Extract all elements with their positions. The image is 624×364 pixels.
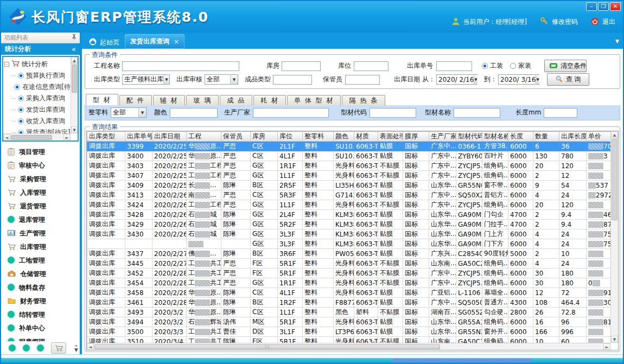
material-tab-4[interactable]: 成 品	[220, 95, 252, 105]
radio-icon[interactable]	[510, 63, 516, 69]
search-button[interactable]: 查 询	[547, 73, 589, 86]
key-icon[interactable]	[540, 17, 549, 27]
material-tab-2[interactable]: 辅 材	[153, 95, 186, 105]
scroll-left-icon[interactable]: ◄	[3, 134, 10, 141]
column-header[interactable]: 长度	[508, 132, 533, 142]
column-header[interactable]: 整零料	[303, 132, 334, 142]
sidebar-item-0[interactable]: 项目管理	[1, 145, 80, 159]
table-row[interactable]: 调拨出库34452020/2/27工共工程严思F区5R1F整料光身料6063-T…	[87, 259, 611, 269]
column-header[interactable]: 表面处理	[378, 132, 403, 142]
sidebar-item-2[interactable]: 采购管理	[1, 173, 80, 186]
table-vertical-scrollbar[interactable]: ▲ ▼	[610, 131, 618, 343]
scroll-left-icon[interactable]: ◄	[87, 343, 94, 350]
column-header[interactable]: 库房	[251, 132, 278, 142]
out-audit-combo[interactable]: 全部▼	[205, 74, 238, 85]
scroll-right-icon[interactable]: ►	[63, 134, 71, 141]
location-input[interactable]	[354, 61, 389, 71]
tree-item-0[interactable]: 预算执行查询	[4, 70, 71, 81]
column-header[interactable]: 材质	[354, 132, 378, 142]
maximize-button[interactable]: ❐	[598, 2, 609, 11]
cart-tool-button[interactable]	[51, 342, 66, 354]
table-row[interactable]: 调拨出库34092020/2/25长...陈琳B区2R5F整料LI35HD606…	[87, 181, 611, 190]
table-row[interactable]: 调拨出库34612020/2/28华原...陈琳B区1R2F整料F8877FT6…	[87, 298, 611, 308]
material-tab-7[interactable]: 隔 热 条	[342, 95, 385, 105]
color-input[interactable]	[170, 108, 218, 118]
pin-icon[interactable]	[72, 34, 77, 42]
sidebar-item-14[interactable]: 报废管理	[1, 335, 80, 341]
column-header[interactable]: 出库日期	[152, 132, 187, 142]
scroll-up-icon[interactable]: ▲	[71, 57, 78, 64]
sidebar-item-8[interactable]: 工地管理	[1, 254, 80, 267]
sidebar-item-9[interactable]: 仓储管理	[1, 267, 80, 281]
scroll-right-icon[interactable]: ►	[603, 343, 610, 350]
tree-expander-icon[interactable]: -	[4, 62, 9, 67]
tree-item-5[interactable]: 退货查询[待定]	[4, 127, 71, 133]
dot-icon[interactable]	[23, 344, 30, 352]
radio-gongzhuang[interactable]: 工装	[482, 61, 503, 71]
column-header[interactable]: 库位	[278, 132, 303, 142]
collapse-icon[interactable]: «	[72, 45, 76, 53]
tree-item-4[interactable]: 收货入库查询	[4, 116, 71, 127]
tree-item-3[interactable]: 发货出库查询	[4, 104, 71, 116]
column-header[interactable]: 保管员	[221, 132, 251, 142]
table-row[interactable]: 调拨出库34542020/2/28工共工程严思G区1R1F整料光身料6063-T…	[87, 278, 611, 288]
table-row[interactable]: 调拨出库35102020/3/4工共工程陈琳F区5R1F整料光身料6063-T5…	[87, 337, 611, 343]
logout-link[interactable]: 退出	[602, 17, 615, 27]
tab-list-dropdown-icon[interactable]: ▼	[615, 39, 619, 44]
keeper-input[interactable]	[345, 75, 380, 85]
table-horizontal-scrollbar[interactable]: ◄ ||| ►	[87, 343, 610, 350]
column-header[interactable]: 型材代码	[456, 132, 482, 142]
table-row[interactable]: 调拨出库34282020/2/26石城陈琳G区2L4F整料KLM38176063…	[87, 210, 611, 220]
tree-vertical-scrollbar[interactable]: ▲ ▼	[71, 57, 78, 133]
tree-root-statistics[interactable]: - 统计分析	[4, 58, 71, 70]
column-header[interactable]: 生产厂家	[429, 132, 456, 142]
column-header[interactable]: 单价	[587, 132, 611, 142]
table-row[interactable]: 调拨出库34002020/2/25华原...严思C区4L1F整料SU10...6…	[87, 151, 611, 161]
length-input[interactable]	[544, 108, 577, 118]
radio-selected-icon[interactable]	[482, 63, 488, 69]
chevron-down-icon[interactable]: ▼	[138, 108, 146, 117]
power-icon[interactable]	[591, 17, 599, 27]
manufacturer-input[interactable]	[253, 108, 329, 118]
dot-icon[interactable]	[9, 344, 16, 352]
table-row[interactable]: 调拨出库34942020/3/2石辉城汤伟M区5R1F整料光身料6063-T5贴…	[87, 317, 611, 327]
material-tab-1[interactable]: 配 件	[119, 95, 152, 105]
material-tab-5[interactable]: 耗 材	[253, 95, 286, 105]
material-tab-3[interactable]: 玻 璃	[186, 95, 219, 105]
out-type-combo[interactable]: 生产领料出库▼	[122, 74, 170, 85]
tab-close-icon[interactable]: ×	[174, 38, 179, 46]
column-header[interactable]: 数量	[533, 132, 559, 142]
column-header[interactable]: 出库类型	[87, 132, 125, 142]
scroll-down-icon[interactable]: ▼	[611, 336, 618, 343]
whole-part-combo[interactable]: 全部▼	[111, 107, 147, 118]
minimize-button[interactable]: –	[586, 2, 597, 11]
tree-horizontal-scrollbar[interactable]: ◄ ►	[3, 133, 71, 141]
sidebar-item-1[interactable]: 审核中心	[1, 159, 80, 173]
change-password-link[interactable]: 修改密码	[552, 17, 578, 27]
profile-name-input[interactable]	[454, 108, 500, 118]
table-row[interactable]: 调拨出库34372020/2/27佛...陈琳B区3R6F整料PW056063-…	[87, 249, 611, 259]
radio-jiazhuang[interactable]: 家装	[510, 61, 531, 71]
sidebar-item-7[interactable]: 出库管理	[1, 240, 80, 254]
product-type-input[interactable]	[273, 75, 312, 85]
table-row[interactable]: 调拨出库34242020/2/26工工程严思G区1L1F整料光身料6063-T5…	[87, 200, 611, 210]
column-header[interactable]: 出库单号	[125, 132, 152, 142]
sidebar-item-4[interactable]: 退货管理	[1, 200, 80, 213]
sidebar-item-12[interactable]: 结转管理	[1, 308, 80, 322]
table-row[interactable]: 调拨出库34292020/2/26石城陈琳G区5R2F整料KLM38176063…	[87, 220, 611, 229]
material-tab-6[interactable]: 单 体 型 材	[287, 95, 341, 105]
table-row[interactable]: G区3L3F整料KLM38176063-T5贴膜国标山东华...GA90M09.…	[87, 239, 611, 249]
tree-item-2[interactable]: 采购入库查询	[4, 93, 71, 104]
sidebar-item-3[interactable]: 入库管理	[1, 186, 80, 200]
column-header[interactable]: 出库长度	[559, 132, 587, 142]
scroll-down-icon[interactable]: ▼	[71, 126, 78, 133]
table-row[interactable]: 调拨出库34932020/3/2华原...陈琳C区1L1F整料黑色塑料不贴膜国标…	[87, 308, 611, 317]
chevron-down-icon[interactable]: ▼	[230, 75, 238, 84]
chevron-down-icon[interactable]: ▼	[163, 75, 169, 84]
profile-code-input[interactable]	[370, 108, 416, 118]
chevron-down-icon[interactable]: ▼	[474, 75, 477, 84]
chevron-down-icon[interactable]: ▼	[536, 75, 539, 84]
overflow-chevron-icon[interactable]: »▼	[74, 343, 78, 352]
warehouse-input[interactable]	[282, 61, 321, 71]
table-row[interactable]: 调拨出库34522020/2/28工共工程严思F区5R1F整料光身料6063-T…	[87, 269, 611, 278]
